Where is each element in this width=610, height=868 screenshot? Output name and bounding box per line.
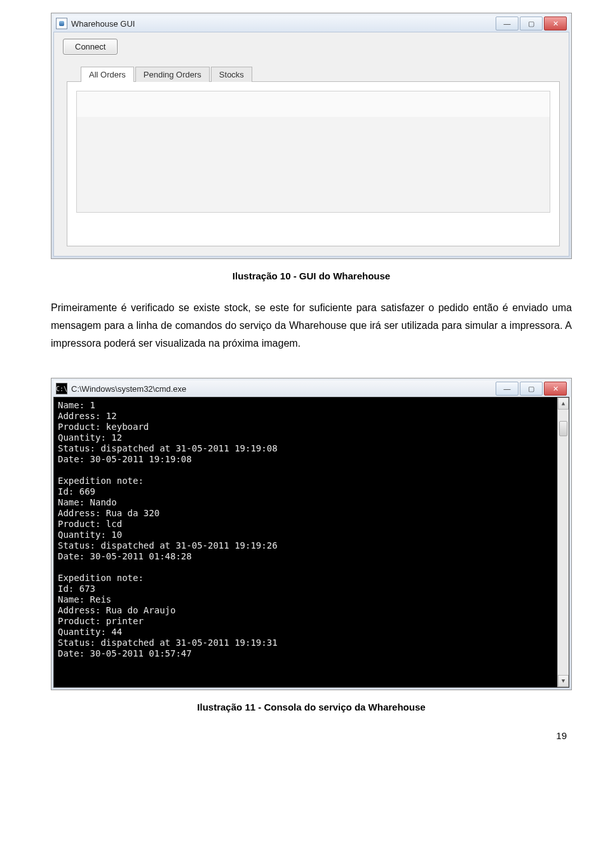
tabstrip: All Orders Pending Orders Stocks (81, 67, 560, 82)
console-window-title: C:\Windows\system32\cmd.exe (71, 384, 496, 394)
console-output[interactable]: Name: 1 Address: 12 Product: keyboard Qu… (53, 397, 569, 688)
minimize-button[interactable]: — (496, 17, 518, 30)
wharehouse-gui-window: Wharehouse GUI — ▢ ✕ Connect All Orders … (51, 13, 572, 259)
minimize-button[interactable]: — (496, 382, 518, 396)
maximize-button[interactable]: ▢ (520, 382, 543, 396)
gui-client-area: Connect All Orders Pending Orders Stocks (53, 32, 569, 257)
figure-11-caption: Ilustração 11 - Consola do serviço da Wh… (51, 702, 572, 712)
orders-list[interactable] (76, 91, 550, 213)
gui-titlebar[interactable]: Wharehouse GUI — ▢ ✕ (53, 15, 569, 32)
page-number: 19 (51, 730, 567, 741)
console-titlebar[interactable]: C:\ C:\Windows\system32\cmd.exe — ▢ ✕ (53, 380, 569, 397)
maximize-button[interactable]: ▢ (520, 17, 543, 30)
scroll-up-button[interactable]: ▲ (558, 397, 569, 410)
console-window: C:\ C:\Windows\system32\cmd.exe — ▢ ✕ Na… (51, 378, 572, 690)
paragraph-1: Primeiramente é verificado se existe sto… (51, 299, 572, 352)
close-button[interactable]: ✕ (544, 17, 567, 30)
scroll-thumb[interactable] (559, 421, 567, 436)
gui-window-title: Wharehouse GUI (71, 19, 496, 29)
console-text: Name: 1 Address: 12 Product: keyboard Qu… (58, 400, 278, 658)
tab-pending-orders[interactable]: Pending Orders (135, 67, 210, 82)
tab-all-orders[interactable]: All Orders (81, 67, 134, 82)
connect-button[interactable]: Connect (63, 39, 118, 55)
window-controls: — ▢ ✕ (496, 17, 567, 30)
tab-stocks[interactable]: Stocks (211, 67, 252, 82)
close-button[interactable]: ✕ (544, 382, 567, 396)
console-scrollbar[interactable]: ▲ ▼ (557, 397, 569, 687)
tab-panel (67, 81, 560, 246)
app-icon (56, 18, 67, 29)
figure-10-caption: Ilustração 10 - GUI do Wharehouse (51, 270, 572, 281)
cmd-icon: C:\ (56, 383, 67, 394)
window-controls: — ▢ ✕ (496, 382, 567, 396)
scroll-down-button[interactable]: ▼ (558, 675, 569, 687)
scroll-track[interactable] (558, 410, 569, 675)
